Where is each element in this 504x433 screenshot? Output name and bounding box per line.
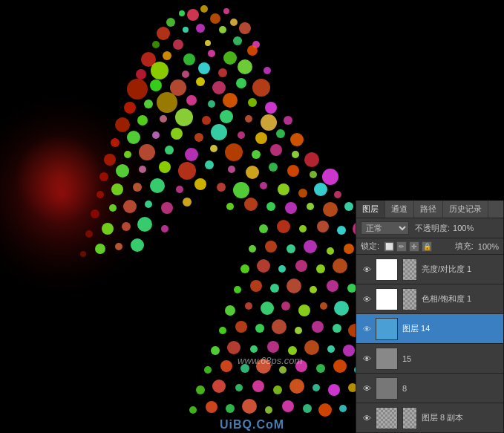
svg-point-191	[333, 359, 347, 373]
svg-point-130	[249, 245, 256, 253]
svg-point-48	[160, 115, 167, 123]
layer-visibility-icon-5[interactable]: 👁	[361, 412, 373, 424]
svg-point-9	[183, 27, 189, 33]
svg-point-88	[96, 191, 104, 198]
svg-point-94	[217, 183, 226, 192]
svg-point-1	[187, 9, 199, 21]
blend-mode-select[interactable]: 正常	[361, 221, 409, 235]
svg-point-184	[204, 366, 212, 374]
svg-point-142	[316, 264, 325, 273]
layer-visibility-icon-2[interactable]: 👁	[361, 323, 373, 335]
layer-row-layer14[interactable]: 👁 图层 14	[356, 314, 503, 344]
svg-point-27	[198, 62, 210, 74]
tab-layers[interactable]: 图层	[356, 201, 385, 218]
svg-point-34	[196, 77, 205, 86]
svg-point-51	[220, 110, 233, 123]
svg-point-15	[205, 40, 211, 46]
svg-point-126	[80, 251, 86, 257]
svg-point-117	[137, 217, 152, 232]
layer-name-1: 色相/饱和度 1	[422, 293, 471, 305]
svg-point-23	[247, 45, 258, 56]
svg-point-103	[123, 200, 137, 213]
opacity-value: 100%	[453, 224, 474, 232]
svg-point-61	[238, 131, 245, 139]
svg-point-128	[115, 243, 122, 250]
layer-mask-1	[402, 288, 417, 310]
svg-point-45	[265, 102, 277, 114]
svg-point-96	[260, 182, 267, 189]
layer-visibility-icon-0[interactable]: 👁	[361, 264, 373, 276]
svg-point-24	[136, 69, 146, 79]
lock-transparency-icon[interactable]: ⬜	[384, 241, 394, 252]
svg-point-165	[235, 321, 247, 333]
svg-point-151	[327, 280, 338, 292]
svg-point-62	[255, 132, 267, 144]
layer-visibility-icon-4[interactable]: 👁	[361, 382, 373, 394]
svg-point-82	[228, 166, 235, 173]
layer-thumb-2	[376, 318, 398, 340]
svg-point-59	[194, 133, 203, 142]
svg-point-167	[272, 319, 287, 334]
svg-point-57	[152, 131, 160, 139]
svg-point-65	[104, 154, 116, 166]
tab-channels[interactable]: 通道	[385, 201, 414, 218]
layer-mask-5	[402, 407, 417, 429]
svg-point-86	[310, 171, 317, 178]
svg-point-115	[102, 223, 114, 235]
svg-point-206	[206, 401, 217, 413]
svg-point-135	[344, 244, 354, 254]
svg-point-95	[233, 182, 249, 198]
svg-point-41	[186, 95, 197, 105]
layer-visibility-icon-1[interactable]: 👁	[361, 293, 373, 305]
svg-point-197	[252, 380, 264, 392]
svg-point-72	[252, 150, 261, 159]
lock-paint-icon[interactable]: ✏	[396, 241, 407, 252]
lock-move-icon[interactable]: ✛	[409, 241, 419, 252]
panel-toolbar: 正常 不透明度: 100%	[356, 218, 503, 238]
layer-row-hue[interactable]: 👁 色相/饱和度 1	[356, 284, 503, 314]
svg-point-40	[157, 92, 177, 113]
svg-point-168	[295, 327, 302, 334]
svg-point-50	[202, 116, 211, 125]
layer-visibility-icon-3[interactable]: 👁	[361, 353, 373, 365]
svg-point-30	[264, 67, 271, 74]
svg-point-43	[223, 93, 238, 108]
svg-point-10	[196, 24, 205, 33]
svg-point-169	[312, 321, 324, 333]
svg-point-25	[151, 62, 168, 79]
tab-history[interactable]: 历史记录	[443, 201, 488, 218]
svg-point-208	[242, 399, 257, 414]
tab-paths[interactable]: 路径	[414, 201, 443, 218]
svg-point-20	[183, 53, 195, 65]
svg-point-64	[290, 133, 304, 146]
svg-point-81	[205, 160, 214, 169]
svg-point-74	[292, 151, 299, 158]
layer-row-15[interactable]: 👁 15	[356, 344, 503, 374]
svg-point-196	[235, 384, 243, 391]
svg-point-159	[298, 305, 310, 316]
svg-point-6	[166, 18, 175, 27]
svg-point-114	[85, 230, 93, 238]
layer-row-8[interactable]: 👁 8	[356, 374, 503, 403]
svg-point-160	[320, 302, 327, 310]
lock-all-icon[interactable]: 🔒	[422, 241, 432, 252]
svg-point-91	[150, 178, 165, 193]
svg-point-13	[152, 41, 160, 48]
svg-point-47	[137, 115, 148, 126]
layer-row-8copy[interactable]: 👁 图层 8 副本	[356, 403, 503, 433]
svg-point-14	[173, 39, 183, 50]
svg-point-19	[163, 51, 171, 60]
svg-point-119	[259, 224, 268, 233]
layer-thumb-3	[376, 348, 398, 370]
panel-tabs: 图层 通道 路径 历史记录	[356, 201, 503, 218]
svg-point-121	[299, 225, 307, 232]
svg-point-199	[289, 379, 304, 394]
svg-point-156	[245, 302, 252, 310]
svg-point-213	[339, 405, 347, 412]
layer-row-brightness[interactable]: 👁 亮度/对比度 1	[356, 255, 503, 284]
layer-name-4: 8	[402, 384, 407, 393]
svg-point-58	[171, 128, 183, 140]
svg-point-7	[230, 19, 238, 26]
svg-point-8	[157, 27, 170, 40]
svg-point-79	[159, 161, 171, 173]
